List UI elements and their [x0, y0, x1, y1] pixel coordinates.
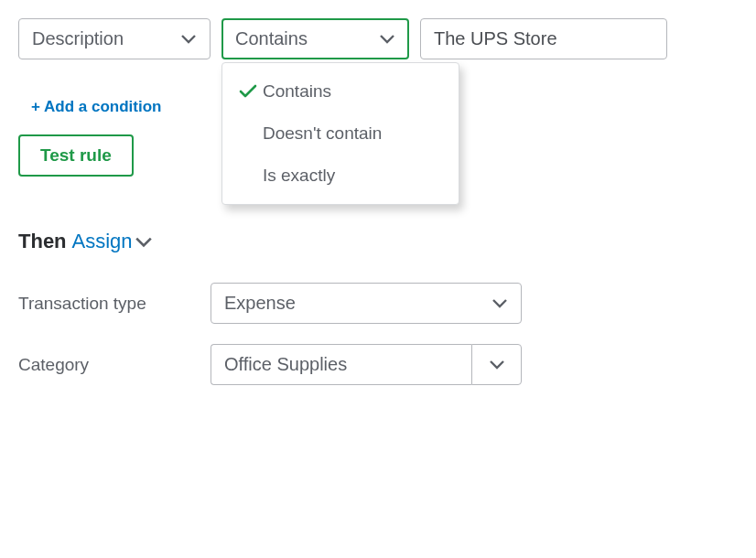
- field-select[interactable]: Description: [18, 18, 211, 59]
- test-rule-button[interactable]: Test rule: [18, 134, 134, 177]
- dropdown-item-contains[interactable]: Contains: [222, 70, 459, 113]
- chevron-down-icon: [379, 34, 395, 45]
- add-condition-link[interactable]: + Add a condition: [31, 98, 161, 116]
- category-select[interactable]: Office Supplies: [211, 344, 522, 385]
- dropdown-item-is-exactly[interactable]: Is exactly: [222, 155, 459, 197]
- dropdown-item-label: Doesn't contain: [263, 123, 382, 144]
- category-value: Office Supplies: [224, 354, 347, 375]
- category-row: Category Office Supplies: [18, 344, 738, 385]
- chevron-down-icon[interactable]: [135, 230, 153, 253]
- value-input[interactable]: The UPS Store: [420, 18, 667, 59]
- transaction-type-value: Expense: [224, 293, 296, 314]
- operator-dropdown: Contains Doesn't contain Is exactly: [221, 62, 459, 205]
- assign-action-label: Assign: [72, 230, 133, 252]
- then-row: Then Assign: [18, 230, 738, 253]
- transaction-type-label: Transaction type: [18, 294, 211, 314]
- category-value-area: Office Supplies: [211, 344, 471, 385]
- operator-select-label: Contains: [235, 28, 308, 49]
- chevron-down-icon: [180, 34, 197, 45]
- field-select-label: Description: [32, 28, 124, 49]
- category-dropdown-button[interactable]: [471, 344, 522, 385]
- assign-action-select[interactable]: Assign: [72, 230, 133, 253]
- condition-row: Description Contains The UPS Store Conta…: [18, 18, 738, 59]
- dropdown-item-label: Contains: [263, 81, 331, 102]
- check-icon: [239, 84, 263, 99]
- transaction-type-row: Transaction type Expense: [18, 283, 738, 324]
- chevron-down-icon: [491, 298, 508, 309]
- value-input-text: The UPS Store: [434, 28, 557, 49]
- chevron-down-icon: [489, 357, 505, 373]
- transaction-type-select[interactable]: Expense: [211, 283, 522, 324]
- then-label: Then: [18, 230, 67, 253]
- operator-select[interactable]: Contains: [221, 18, 409, 59]
- add-condition-label: + Add a condition: [31, 98, 161, 115]
- dropdown-item-label: Is exactly: [263, 166, 335, 186]
- test-rule-label: Test rule: [40, 145, 112, 165]
- category-label: Category: [18, 355, 211, 375]
- dropdown-item-doesnt-contain[interactable]: Doesn't contain: [222, 113, 459, 155]
